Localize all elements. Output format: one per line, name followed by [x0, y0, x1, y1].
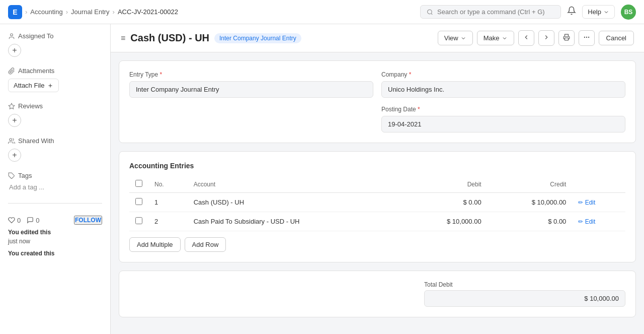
- chevron-left-icon: [523, 34, 530, 41]
- table-header-actions: [572, 176, 625, 193]
- assigned-to-section: Assigned To +: [8, 32, 102, 57]
- row-no: 1: [148, 193, 188, 212]
- app-icon: E: [8, 5, 22, 19]
- total-debit-value: $ 10,000.00: [424, 290, 625, 307]
- add-multiple-button[interactable]: Add Multiple: [129, 237, 181, 252]
- company-input[interactable]: [381, 81, 625, 98]
- row-checkbox-0[interactable]: [135, 198, 142, 205]
- breadcrumb-current: ACC-JV-2021-00022: [118, 8, 178, 16]
- totals-grid: Total Debit $ 10,000.00: [129, 281, 625, 307]
- row-checkbox-1[interactable]: [135, 217, 142, 224]
- activity-icons-row: 0 0 FOLLOW: [8, 216, 102, 225]
- attachments-section: Attachments Attach File: [8, 67, 102, 92]
- add-row-button[interactable]: Add Row: [185, 237, 226, 252]
- table-header-checkbox: [129, 176, 148, 193]
- next-button[interactable]: [538, 30, 554, 46]
- tag-icon: [8, 172, 15, 179]
- more-options-button[interactable]: [579, 30, 595, 46]
- row-account: Cash (USD) - UH: [188, 193, 403, 212]
- search-input[interactable]: [437, 8, 554, 16]
- assigned-to-add-button[interactable]: +: [8, 44, 21, 57]
- comment-icon: [27, 217, 34, 224]
- page-actions: View Make: [438, 30, 634, 46]
- posting-date-required: *: [418, 106, 420, 113]
- breadcrumb-sep-2: ›: [66, 8, 68, 16]
- breadcrumb-area: E › Accounting › Journal Entry › ACC-JV-…: [8, 5, 178, 19]
- breadcrumb-journal-entry[interactable]: Journal Entry: [71, 8, 110, 16]
- row-credit: $ 0.00: [488, 212, 573, 231]
- row-checkbox-cell: [129, 212, 148, 231]
- activity-you-2: You created this: [8, 250, 54, 257]
- view-button[interactable]: View: [438, 31, 473, 45]
- posting-date-input[interactable]: [381, 116, 625, 132]
- comments-display: 0: [27, 217, 39, 224]
- breadcrumb-sep-1: ›: [25, 8, 27, 16]
- search-bar[interactable]: [420, 5, 561, 19]
- totals-inner: Total Debit $ 10,000.00: [424, 281, 625, 307]
- table-row: 1 Cash (USD) - UH $ 0.00 $ 10,000.00 ✏ E…: [129, 193, 625, 212]
- activity-time-1: just now: [8, 238, 30, 245]
- svg-point-5: [10, 138, 12, 141]
- totals-card: Total Debit $ 10,000.00: [119, 271, 636, 317]
- shared-with-add-button[interactable]: +: [8, 149, 21, 162]
- accounting-entries-card: Accounting Entries No. Account Debit Cre…: [119, 151, 636, 262]
- activity-log-1: You edited this just now: [8, 228, 102, 246]
- follow-button[interactable]: FOLLOW: [74, 216, 102, 225]
- company-group: Company *: [381, 71, 625, 98]
- total-debit-label: Total Debit: [424, 281, 625, 288]
- svg-point-10: [588, 37, 589, 37]
- topnav: E › Accounting › Journal Entry › ACC-JV-…: [0, 0, 644, 24]
- breadcrumb-accounting[interactable]: Accounting: [30, 8, 62, 16]
- attach-file-button[interactable]: Attach File: [8, 79, 59, 92]
- notification-bell-button[interactable]: [567, 6, 576, 18]
- page-header: ≡ Cash (USD) - UH Inter Company Journal …: [111, 24, 644, 52]
- ellipsis-icon: [583, 34, 590, 41]
- make-button[interactable]: Make: [477, 31, 514, 45]
- company-required: *: [409, 71, 412, 78]
- make-chevron-icon: [502, 35, 508, 41]
- reviews-add-button[interactable]: +: [8, 114, 21, 127]
- svg-point-0: [428, 10, 432, 14]
- row-checkbox-cell: [129, 193, 148, 212]
- row-credit: $ 10,000.00: [488, 193, 573, 212]
- print-button[interactable]: [558, 30, 575, 46]
- entries-table: No. Account Debit Credit 1 Cash (USD) - …: [129, 176, 625, 231]
- row-edit-button-0[interactable]: ✏ Edit: [578, 199, 595, 206]
- printer-icon: [563, 34, 570, 41]
- likes-display: 0: [8, 217, 21, 224]
- prev-button[interactable]: [518, 30, 534, 46]
- form-grid: Entry Type * Company *: [129, 71, 625, 132]
- view-chevron-icon: [460, 35, 466, 41]
- svg-point-1: [11, 33, 13, 36]
- paperclip-icon: [8, 68, 15, 75]
- accounting-entries-title: Accounting Entries: [129, 162, 625, 170]
- page-badge: Inter Company Journal Entry: [214, 33, 301, 43]
- svg-rect-7: [565, 38, 568, 40]
- hamburger-icon[interactable]: ≡: [121, 34, 125, 43]
- entry-type-required: *: [159, 71, 162, 78]
- row-edit-button-1[interactable]: ✏ Edit: [578, 218, 595, 225]
- row-edit-cell: ✏ Edit: [572, 193, 625, 212]
- add-tag-text[interactable]: Add a tag ...: [8, 183, 102, 191]
- select-all-checkbox[interactable]: [135, 180, 142, 187]
- company-label: Company *: [381, 71, 625, 78]
- page-title-area: ≡ Cash (USD) - UH Inter Company Journal …: [121, 32, 301, 44]
- activity-section: 0 0 FOLLOW You edited this just now You …: [8, 216, 102, 258]
- row-account: Cash Paid To Subsidiary - USD - UH: [188, 212, 403, 231]
- svg-marker-4: [9, 103, 15, 109]
- avatar: BS: [621, 5, 636, 20]
- bell-icon: [567, 6, 576, 15]
- posting-date-label: Posting Date *: [381, 106, 625, 113]
- star-icon: [8, 103, 15, 110]
- entry-type-input[interactable]: [129, 81, 373, 98]
- tags-section: Tags Add a tag ...: [8, 172, 102, 191]
- table-header-debit: Debit: [403, 176, 488, 193]
- page-layout: Assigned To + Attachments Attach File R: [0, 24, 644, 334]
- entry-type-group: Entry Type *: [129, 71, 373, 98]
- row-no: 2: [148, 212, 188, 231]
- row-debit: $ 10,000.00: [403, 212, 488, 231]
- breadcrumb-sep-3: ›: [113, 8, 115, 16]
- cancel-button[interactable]: Cancel: [599, 31, 634, 45]
- help-button[interactable]: Help: [582, 5, 615, 19]
- activity-you-1: You edited this: [8, 229, 51, 236]
